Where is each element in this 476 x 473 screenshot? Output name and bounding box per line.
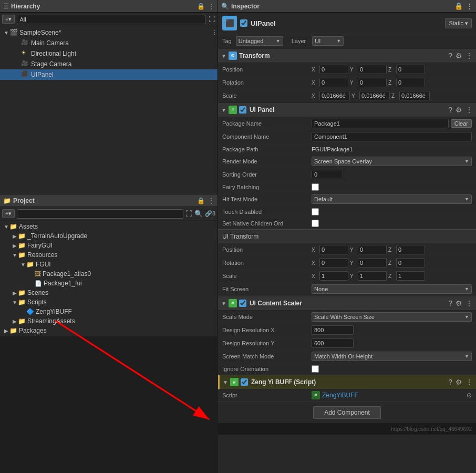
project-streaming-folder[interactable]: ▶ 📁 StreamingAssets: [0, 316, 218, 326]
project-fgui-folder[interactable]: ▼ 📁 FGUI: [0, 260, 218, 269]
design-res-y-input[interactable]: [312, 338, 354, 348]
screen-match-row: Screen Match Mode Match Width Or Height …: [218, 350, 476, 363]
transform-settings-icon[interactable]: ⚙: [456, 52, 462, 60]
fairy-batching-checkbox[interactable]: [312, 183, 319, 191]
ui-scale-z-input[interactable]: [396, 271, 425, 281]
ui-position-x-input[interactable]: [319, 245, 348, 254]
content-scaler-active-checkbox[interactable]: [239, 300, 246, 307]
ui-panel-more-icon[interactable]: ⋮: [465, 106, 473, 114]
ui-rotation-z-input[interactable]: [396, 258, 425, 268]
layer-dropdown[interactable]: UI ▼: [312, 36, 344, 46]
position-z-input[interactable]: [396, 65, 425, 74]
project-lock-icon[interactable]: 🔒: [197, 197, 205, 204]
scale-z-input[interactable]: [399, 91, 430, 100]
transform-help-icon[interactable]: ?: [448, 52, 452, 60]
design-res-x-input[interactable]: [312, 325, 354, 335]
ui-transform-scale-row: Scale X Y Z: [218, 270, 476, 283]
ui-position-y-input[interactable]: [358, 245, 387, 254]
script-select-icon[interactable]: ⊙: [467, 392, 472, 399]
zeng-yi-hash-icon: #: [230, 378, 239, 386]
ui-scale-y-input[interactable]: [358, 271, 387, 281]
add-component-button[interactable]: Add Component: [313, 406, 381, 419]
rotation-y-input[interactable]: [358, 78, 387, 87]
tag-dropdown[interactable]: Untagged ▼: [236, 36, 283, 46]
hierarchy-add-btn[interactable]: +▾: [2, 15, 15, 24]
transform-section-header[interactable]: ▼ ⚙ Transform ? ⚙ ⋮: [218, 48, 476, 63]
screen-match-dropdown[interactable]: Match Width Or Height ▼: [312, 352, 472, 361]
watermark: https://blog.csdn.net/qq_46649692: [391, 426, 472, 432]
obj-active-checkbox[interactable]: [240, 19, 247, 27]
hierarchy-lock-icon[interactable]: 🔒: [197, 3, 205, 10]
hierarchy-item-uipanel[interactable]: ⬛ UIPanel: [0, 69, 218, 80]
content-scaler-more-icon[interactable]: ⋮: [465, 299, 473, 307]
project-add-btn[interactable]: +▾: [2, 209, 15, 218]
scene-name: SampleScene*: [19, 29, 61, 36]
hierarchy-title: Hierarchy: [11, 3, 40, 10]
ui-rotation-x-input[interactable]: [319, 258, 348, 268]
ui-scale-xyz: X Y Z: [312, 271, 472, 281]
hierarchy-scene-item[interactable]: ▼ 🎬 SampleScene* ⋮: [0, 27, 218, 38]
ui-position-z-input[interactable]: [396, 245, 425, 254]
position-x-input[interactable]: [319, 65, 348, 74]
ui-panel-settings-icon[interactable]: ⚙: [456, 106, 462, 114]
hierarchy-item-stage-camera[interactable]: 🎥 Stage Camera: [0, 59, 218, 69]
project-more-icon[interactable]: ⋮: [208, 197, 214, 204]
scale-mode-dropdown[interactable]: Scale With Screen Size ▼: [312, 312, 472, 322]
inspector-more-icon[interactable]: ⋮: [466, 2, 473, 10]
sorting-order-input[interactable]: [312, 170, 343, 179]
position-y-input[interactable]: [358, 65, 387, 74]
project-scenes-folder[interactable]: ▶ 📁 Scenes: [0, 288, 218, 297]
project-scripts-folder[interactable]: ▼ 📁 Scripts: [0, 297, 218, 307]
project-terrain-folder[interactable]: ▶ 📁 _TerrainAutoUpgrade: [0, 231, 218, 241]
hit-test-dropdown[interactable]: Default ▼: [312, 194, 472, 204]
zeng-yi-settings-icon[interactable]: ⚙: [456, 378, 462, 386]
ui-scale-x-input[interactable]: [319, 271, 348, 281]
hierarchy-item-directional-light[interactable]: ☀ Directional Light: [0, 48, 218, 59]
ui-panel-section-header[interactable]: ▼ # UI Panel ? ⚙ ⋮: [218, 102, 476, 117]
touch-disabled-checkbox[interactable]: [312, 208, 319, 215]
transform-more-icon[interactable]: ⋮: [465, 52, 473, 60]
static-button[interactable]: Static ▾: [445, 18, 472, 28]
project-zengyibuff-script[interactable]: 🔷 ZengYiBUFF: [0, 307, 218, 316]
content-scaler-help-icon[interactable]: ?: [448, 299, 452, 307]
project-icon2[interactable]: 🔍: [194, 210, 203, 218]
scale-x-input[interactable]: [319, 91, 350, 100]
ui-panel-active-checkbox[interactable]: [239, 106, 246, 114]
hierarchy-search-input[interactable]: [17, 15, 205, 24]
project-packages-folder[interactable]: ▶ 📁 Packages: [0, 326, 218, 335]
ui-rotation-y-input[interactable]: [358, 258, 387, 268]
inspector-title: Inspector: [231, 3, 260, 10]
obj-name: UIPanel: [251, 19, 442, 27]
set-native-checkbox[interactable]: [312, 220, 319, 227]
project-assets-folder[interactable]: ▼ 📁 Assets: [0, 222, 218, 231]
project-search-input[interactable]: [17, 209, 183, 219]
project-resources-folder[interactable]: ▼ 📁 Resources: [0, 250, 218, 260]
ui-panel-help-icon[interactable]: ?: [448, 106, 452, 114]
project-fui-file[interactable]: 📄 Package1_fui: [0, 279, 218, 288]
project-fairygui-folder[interactable]: ▶ 📁 FairyGUI: [0, 241, 218, 250]
rotation-x-input[interactable]: [319, 78, 348, 87]
ignore-orientation-checkbox[interactable]: [312, 365, 319, 373]
fairy-batching-row: Fairy Batching: [218, 181, 476, 193]
zeng-yi-active-checkbox[interactable]: [241, 378, 248, 386]
zeng-yi-more-icon[interactable]: ⋮: [465, 378, 473, 386]
content-scaler-section-header[interactable]: ▼ # UI Content Scaler ? ⚙ ⋮: [218, 296, 476, 311]
content-scaler-settings-icon[interactable]: ⚙: [456, 299, 462, 307]
project-icon1[interactable]: ⛶: [185, 210, 192, 218]
hierarchy-item-main-camera[interactable]: 🎥 Main Camera: [0, 38, 218, 48]
scale-y-input[interactable]: [359, 91, 390, 100]
clear-button[interactable]: Clear: [451, 119, 472, 128]
component-name-input[interactable]: [312, 132, 472, 141]
project-header: 📁 Project 🔒 ⋮: [0, 194, 218, 207]
sorting-order-row: Sorting Order: [218, 168, 476, 181]
render-mode-dropdown[interactable]: Screen Space Overlay ▼: [312, 157, 472, 166]
fit-screen-dropdown[interactable]: None ▼: [312, 284, 472, 294]
hierarchy-more-icon[interactable]: ⋮: [208, 3, 214, 10]
scene-more-icon[interactable]: ⋮: [212, 29, 218, 36]
project-atlas0-file[interactable]: 🖼 Package1_atlas0: [0, 269, 218, 279]
zeng-yi-help-icon[interactable]: ?: [448, 378, 452, 386]
rotation-z-input[interactable]: [396, 78, 425, 87]
zeng-yi-buff-section-header[interactable]: ▼ # Zeng Yi BUFF (Script) ? ⚙ ⋮: [218, 375, 476, 389]
package-name-input[interactable]: [312, 119, 449, 128]
inspector-lock-icon[interactable]: 🔒: [454, 2, 463, 10]
